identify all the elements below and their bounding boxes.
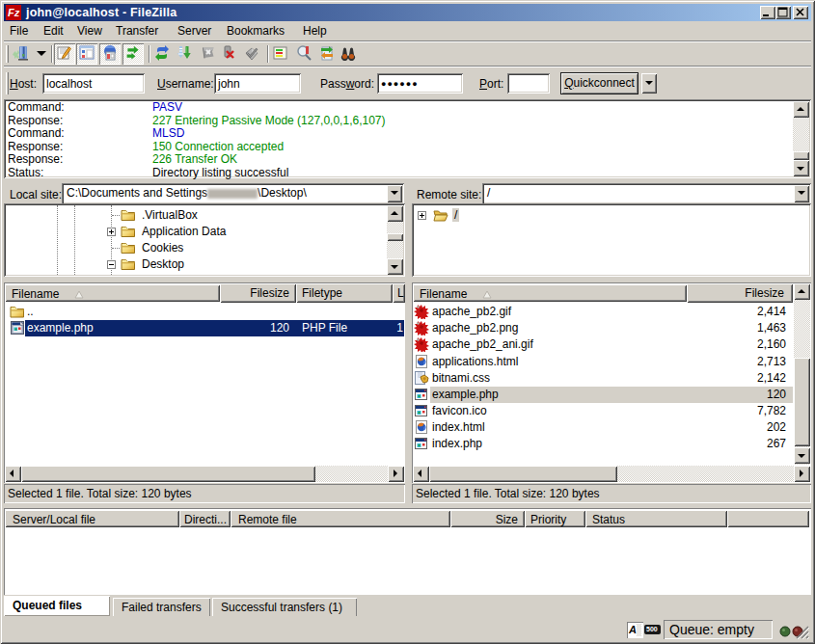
svg-text:Fz: Fz (8, 7, 20, 18)
